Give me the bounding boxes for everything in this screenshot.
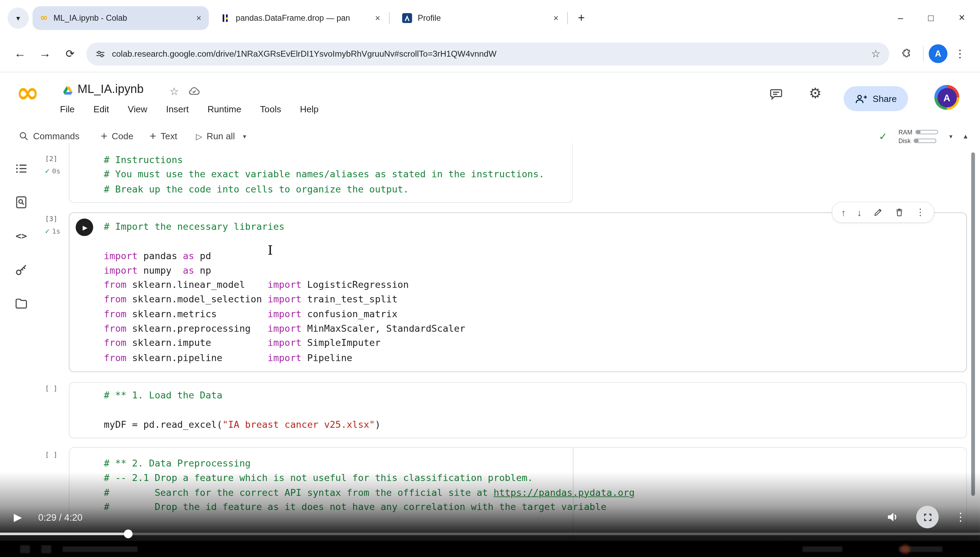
extensions-icon[interactable] [893, 41, 918, 66]
tab-profile[interactable]: Profile × [395, 6, 566, 30]
comments-icon[interactable] [769, 88, 783, 101]
collapse-header-icon[interactable]: ▴ [964, 132, 967, 140]
tab-colab[interactable]: ∞ ML_IA.ipynb - Colab × [33, 6, 209, 30]
url-omnibox[interactable]: colab.research.google.com/drive/1NRaXGRs… [87, 42, 889, 65]
cell-gutter: [3] ✓1s [45, 215, 80, 236]
menu-tools[interactable]: Tools [260, 104, 281, 114]
menu-help[interactable]: Help [300, 104, 318, 114]
browser-menu-kebab-icon[interactable]: ⋮ [947, 41, 972, 66]
profile-favicon-icon [402, 13, 412, 23]
player-controls-right: ⋮ [886, 506, 966, 528]
cell-code[interactable]: # Import the necessary libraries import … [104, 220, 465, 365]
code-snippets-icon[interactable]: <> [13, 228, 29, 244]
tab-close-icon[interactable]: × [375, 13, 381, 23]
cell-exec-time: 0s [52, 167, 60, 175]
tab-search-button[interactable]: ▾ [8, 7, 29, 28]
chevron-down-icon[interactable]: ▾ [949, 133, 952, 140]
star-notebook-icon[interactable]: ☆ [170, 85, 179, 98]
progress-played [0, 533, 128, 535]
reload-button[interactable]: ⟳ [57, 41, 82, 66]
tab-title: ML_IA.ipynb - Colab [54, 13, 191, 23]
more-options-kebab-icon[interactable]: ⋮ [916, 207, 925, 218]
volume-icon[interactable] [886, 511, 900, 523]
resource-monitor[interactable]: RAM Disk [898, 128, 938, 144]
player-more-kebab-icon[interactable]: ⋮ [955, 510, 967, 524]
find-replace-icon[interactable] [13, 194, 29, 210]
execution-count: [ ] [45, 451, 80, 459]
ram-label: RAM [898, 128, 912, 135]
menu-runtime[interactable]: Runtime [207, 104, 242, 114]
runtime-connected-check-icon: ✓ [879, 130, 887, 142]
cell-success-check-icon: ✓ [45, 167, 49, 176]
notebook-title[interactable]: ML_IA.ipynb [77, 83, 144, 96]
share-button[interactable]: Share [844, 86, 908, 111]
video-frame: ▾ ∞ ML_IA.ipynb - Colab × pandas.DataFra… [0, 0, 980, 557]
secrets-key-icon[interactable] [13, 262, 29, 278]
table-of-contents-icon[interactable] [13, 160, 29, 177]
search-icon [19, 131, 29, 141]
taskbar-ghost-icon [900, 544, 910, 554]
progress-scrubber-knob[interactable] [124, 530, 132, 538]
minimize-button[interactable]: – [898, 13, 903, 23]
pandas-favicon-icon [220, 13, 230, 23]
cell-exec-time: 1s [52, 227, 60, 235]
browser-address-bar: ← → ⟳ colab.research.google.com/drive/1N… [0, 36, 980, 73]
move-cell-up-icon[interactable]: ↑ [841, 207, 846, 218]
window-close-button[interactable]: × [959, 11, 965, 24]
drive-icon [63, 86, 73, 94]
move-cell-down-icon[interactable]: ↓ [857, 207, 862, 218]
cell-gutter: [ ] [45, 451, 80, 459]
add-text-label: Text [161, 131, 177, 141]
maximize-button[interactable]: □ [928, 13, 934, 23]
files-folder-icon[interactable] [13, 295, 29, 312]
toolbar-right: ✓ RAM Disk ▾ ▴ [879, 128, 980, 144]
settings-gear-icon[interactable]: ⚙ [809, 85, 822, 102]
browser-profile-avatar[interactable]: A [929, 44, 947, 63]
cell-toolbar: ↑ ↓ ⋮ [831, 202, 934, 223]
tab-pandas-docs[interactable]: pandas.DataFrame.drop — pan × [213, 6, 388, 30]
execution-count: [3] [45, 215, 80, 223]
cell-code[interactable]: # Instructions# You must use the exact v… [104, 153, 544, 197]
menu-file[interactable]: File [60, 104, 75, 114]
delete-cell-icon[interactable] [894, 207, 904, 217]
commands-label: Commands [33, 131, 80, 141]
tab-close-icon[interactable]: × [553, 13, 559, 23]
cell-gutter: [ ] [45, 384, 80, 393]
share-people-icon [855, 93, 867, 104]
scrollbar-thumb[interactable] [971, 152, 975, 496]
colab-favicon-icon: ∞ [40, 13, 48, 23]
menu-edit[interactable]: Edit [93, 104, 109, 114]
tab-divider [567, 11, 568, 24]
bookmark-star-icon[interactable]: ☆ [871, 47, 881, 60]
taskbar-ghost [41, 545, 51, 553]
fullscreen-button[interactable] [916, 506, 939, 528]
cell-success-check-icon: ✓ [45, 227, 49, 235]
cell-code[interactable]: # ** 1. Load the Data myDF = pd.read_exc… [104, 388, 381, 432]
site-settings-icon[interactable] [95, 48, 106, 59]
chevron-down-icon: ▾ [16, 13, 20, 22]
chevron-down-icon[interactable]: ▾ [243, 133, 246, 140]
share-label: Share [872, 94, 897, 104]
plus-icon: + [150, 130, 156, 142]
back-button[interactable]: ← [8, 41, 33, 66]
commands-button[interactable]: Commands [19, 131, 80, 141]
account-avatar-initial: A [937, 88, 957, 107]
taskbar-ghost [20, 545, 30, 553]
tab-close-icon[interactable]: × [196, 13, 202, 23]
menu-view[interactable]: View [128, 104, 147, 114]
run-icon: ▷ [196, 131, 202, 141]
add-text-button[interactable]: + Text [150, 130, 177, 142]
player-progress-bar[interactable] [0, 533, 980, 535]
colab-logo-icon[interactable]: ∞ [16, 79, 39, 106]
add-code-button[interactable]: + Code [101, 130, 133, 142]
edit-cell-icon[interactable] [873, 207, 883, 217]
text-cursor-pointer: I [268, 243, 273, 258]
run-all-button[interactable]: ▷ Run all ▾ [196, 131, 246, 141]
player-play-button[interactable]: ▶ [14, 510, 22, 523]
taskbar-ghost [802, 546, 842, 552]
menu-insert[interactable]: Insert [166, 104, 189, 114]
new-tab-button[interactable]: + [578, 11, 585, 25]
run-cell-button[interactable]: ▶ [76, 219, 93, 236]
forward-button[interactable]: → [33, 41, 57, 66]
account-avatar[interactable]: A [934, 85, 959, 110]
